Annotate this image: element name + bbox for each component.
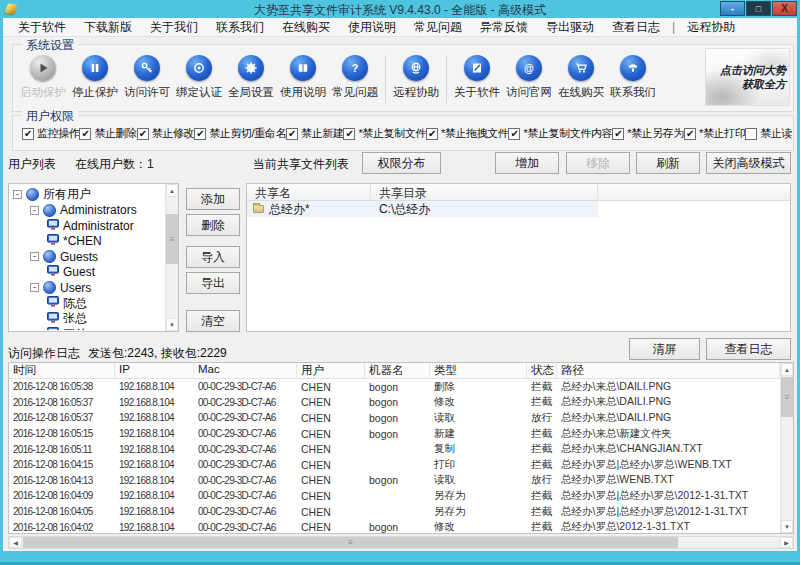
scrollbar-thumb[interactable]: ≡ bbox=[781, 377, 793, 417]
menu-item[interactable]: 关于我们 bbox=[141, 18, 207, 37]
checkbox-icon[interactable]: ✔ bbox=[612, 128, 624, 140]
toolbar-button[interactable]: @访问官网 bbox=[503, 52, 555, 109]
permission-checkbox[interactable]: ✔禁止新建 bbox=[286, 126, 343, 141]
log-row[interactable]: 2016-12-08 16:05:15192.168.8.10400-0C-29… bbox=[9, 426, 780, 442]
toolbar-button[interactable]: 绑定认证 bbox=[173, 52, 225, 109]
scroll-right-icon[interactable]: ▶ bbox=[780, 537, 793, 548]
user-list-button[interactable]: 删除 bbox=[186, 214, 240, 236]
user-list-button[interactable]: 导入 bbox=[186, 246, 240, 268]
maximize-button[interactable]: □ bbox=[746, 1, 771, 16]
tree-node-group[interactable]: -Users bbox=[11, 280, 163, 296]
permission-checkbox[interactable]: ✔*禁止复制文件 bbox=[343, 126, 425, 141]
log-row[interactable]: 2016-12-08 16:05:38192.168.8.10400-0C-29… bbox=[9, 379, 780, 395]
menu-item[interactable]: 异常反馈 bbox=[471, 18, 537, 37]
toolbar-button[interactable]: 全局设置 bbox=[225, 52, 277, 109]
close-button[interactable]: X bbox=[772, 1, 797, 16]
permission-distribution-button[interactable]: 权限分布 bbox=[362, 152, 441, 174]
tree-node-group[interactable]: -所有用户 bbox=[11, 187, 163, 203]
tree-node-user[interactable]: *CHEN bbox=[11, 234, 163, 250]
user-list-button[interactable]: 导出 bbox=[186, 272, 240, 294]
user-list-button[interactable]: 清空 bbox=[186, 310, 240, 332]
collapse-icon[interactable]: - bbox=[13, 190, 22, 199]
scroll-left-icon[interactable]: ◀ bbox=[9, 537, 22, 548]
scrollbar-thumb[interactable]: ≡ bbox=[166, 214, 178, 264]
toolbar-button[interactable]: ?常见问题 bbox=[329, 52, 381, 109]
checkbox-icon[interactable]: ✔ bbox=[343, 128, 355, 140]
scroll-up-icon[interactable]: ▲ bbox=[781, 363, 793, 376]
tree-node-user[interactable]: Administrator bbox=[11, 218, 163, 234]
tree-node-user[interactable]: Guest bbox=[11, 265, 163, 281]
checkbox-icon[interactable]: ✔ bbox=[22, 128, 34, 140]
log-column-header[interactable]: IP bbox=[115, 363, 194, 378]
log-row[interactable]: 2016-12-08 16:04:13192.168.8.10400-0C-29… bbox=[9, 473, 780, 489]
log-row[interactable]: 2016-12-08 16:04:05192.168.8.10400-0C-29… bbox=[9, 504, 780, 520]
tree-node-group[interactable]: -Administrators bbox=[11, 203, 163, 219]
collapse-icon[interactable]: - bbox=[30, 283, 39, 292]
menu-item[interactable]: 导出驱动 bbox=[537, 18, 603, 37]
share-action-button[interactable]: 增加 bbox=[495, 152, 559, 174]
log-column-header[interactable]: 用户 bbox=[297, 363, 365, 378]
clear-screen-button[interactable]: 清屏 bbox=[629, 338, 700, 360]
menu-item[interactable]: 查看日志 bbox=[603, 18, 669, 37]
log-column-header[interactable]: 状态 bbox=[527, 363, 557, 378]
view-log-button[interactable]: 查看日志 bbox=[706, 338, 791, 360]
log-row[interactable]: 2016-12-08 16:05:37192.168.8.10400-0C-29… bbox=[9, 395, 780, 411]
share-column-header[interactable]: 共享名 bbox=[247, 184, 371, 200]
minimize-button[interactable]: - bbox=[720, 1, 745, 16]
menu-item-remote-help[interactable]: 远程协助 bbox=[678, 18, 744, 37]
menu-item[interactable]: 下载新版 bbox=[75, 18, 141, 37]
share-action-button[interactable]: 移除 bbox=[566, 152, 630, 174]
scroll-up-icon[interactable]: ▲ bbox=[166, 184, 178, 197]
scrollbar-thumb[interactable]: ≡ bbox=[23, 537, 678, 548]
checkbox-icon[interactable] bbox=[745, 128, 757, 140]
toolbar-button[interactable]: 联系我们 bbox=[607, 52, 659, 109]
tree-node-user[interactable]: 张总 bbox=[11, 311, 163, 327]
checkbox-icon[interactable]: ✔ bbox=[194, 128, 206, 140]
log-row[interactable]: 2016-12-08 16:04:09192.168.8.10400-0C-29… bbox=[9, 488, 780, 504]
toolbar-button[interactable]: 远程协助 bbox=[390, 52, 442, 109]
tree-scrollbar[interactable]: ▲ ≡ ▼ bbox=[165, 184, 178, 331]
log-column-header[interactable]: 路径 bbox=[557, 363, 780, 378]
scroll-down-icon[interactable]: ▼ bbox=[781, 520, 793, 533]
checkbox-icon[interactable]: ✔ bbox=[684, 128, 696, 140]
permission-checkbox[interactable]: ✔*禁止打印 bbox=[684, 126, 745, 141]
menu-item[interactable]: 使用说明 bbox=[339, 18, 405, 37]
permission-checkbox[interactable]: ✔*禁止拖拽文件 bbox=[426, 126, 508, 141]
permission-checkbox[interactable]: ✔禁止删除 bbox=[79, 126, 136, 141]
checkbox-icon[interactable]: ✔ bbox=[286, 128, 298, 140]
permission-checkbox[interactable]: ✔禁止剪切/重命名 bbox=[194, 126, 286, 141]
share-action-button[interactable]: 关闭高级模式 bbox=[706, 152, 791, 174]
permission-checkbox[interactable]: ✔监控操作 bbox=[22, 126, 79, 141]
permission-checkbox[interactable]: ✔*禁止另存为 bbox=[612, 126, 684, 141]
log-hscrollbar[interactable]: ◀ ≡ ▶ bbox=[8, 536, 794, 549]
log-row[interactable]: 2016-12-08 16:04:15192.168.8.10400-0C-29… bbox=[9, 457, 780, 473]
permission-checkbox[interactable]: ✔禁止修改 bbox=[137, 126, 194, 141]
log-column-header[interactable]: 类型 bbox=[430, 363, 527, 378]
scroll-down-icon[interactable]: ▼ bbox=[166, 318, 178, 331]
menu-item[interactable]: 联系我们 bbox=[207, 18, 273, 37]
collapse-icon[interactable]: - bbox=[30, 252, 39, 261]
menu-item[interactable]: 在线购买 bbox=[273, 18, 339, 37]
log-row[interactable]: 2016-12-08 16:05:11192.168.8.10400-0C-29… bbox=[9, 441, 780, 457]
log-row[interactable]: 2016-12-08 16:05:37192.168.8.10400-0C-29… bbox=[9, 410, 780, 426]
log-row[interactable]: 2016-12-08 16:04:02192.168.8.10400-0C-29… bbox=[9, 519, 780, 533]
toolbar-button[interactable]: 在线购买 bbox=[555, 52, 607, 109]
toolbar-button[interactable]: 关于软件 bbox=[451, 52, 503, 109]
promo-banner[interactable]: 点击访问大势 获取全方 bbox=[705, 48, 790, 106]
tree-node-user[interactable]: 罗总 bbox=[11, 327, 163, 331]
toolbar-button[interactable]: 启动保护 bbox=[17, 52, 69, 109]
menu-item[interactable]: 关于软件 bbox=[9, 18, 75, 37]
checkbox-icon[interactable]: ✔ bbox=[137, 128, 149, 140]
share-action-button[interactable]: 刷新 bbox=[636, 152, 700, 174]
log-column-header[interactable]: 时间 bbox=[9, 363, 115, 378]
share-column-header[interactable]: 共享目录 bbox=[371, 184, 598, 200]
checkbox-icon[interactable]: ✔ bbox=[79, 128, 91, 140]
user-list-button[interactable]: 添加 bbox=[186, 188, 240, 210]
checkbox-icon[interactable]: ✔ bbox=[426, 128, 438, 140]
checkbox-icon[interactable]: ✔ bbox=[508, 128, 520, 140]
log-scrollbar[interactable]: ▲ ≡ ▼ bbox=[780, 363, 793, 533]
share-row[interactable]: 总经办*C:\总经办 bbox=[247, 201, 790, 217]
permission-checkbox[interactable]: ✔*禁止复制文件内容 bbox=[508, 126, 612, 141]
toolbar-button[interactable]: 使用说明 bbox=[277, 52, 329, 109]
menu-item[interactable]: 常见问题 bbox=[405, 18, 471, 37]
